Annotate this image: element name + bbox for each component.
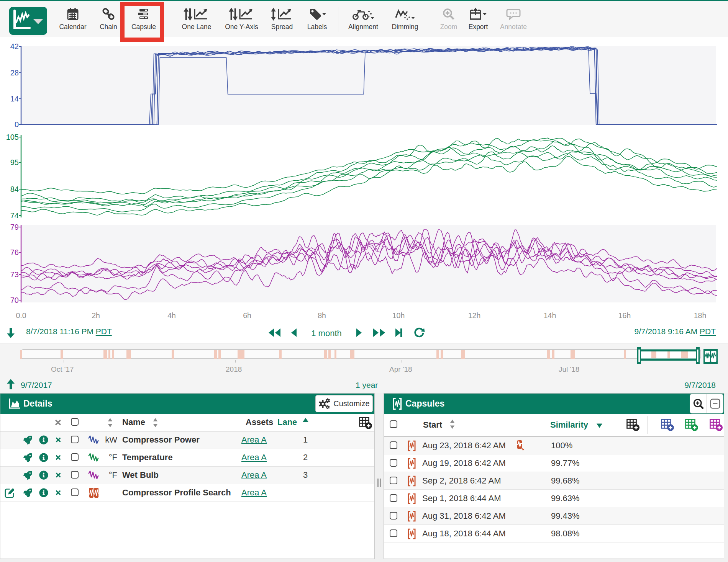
svg-text:6h: 6h bbox=[243, 311, 251, 320]
svg-text:42: 42 bbox=[10, 42, 19, 51]
svg-text:105: 105 bbox=[6, 133, 19, 141]
svg-text:14h: 14h bbox=[544, 311, 556, 320]
svg-text:8h: 8h bbox=[318, 311, 326, 320]
svg-text:84: 84 bbox=[10, 185, 19, 193]
svg-text:70: 70 bbox=[10, 296, 19, 304]
svg-text:4h: 4h bbox=[167, 311, 176, 320]
svg-text:2h: 2h bbox=[92, 311, 100, 320]
svg-text:76: 76 bbox=[10, 248, 19, 256]
svg-text:74: 74 bbox=[10, 211, 19, 220]
svg-text:79: 79 bbox=[10, 223, 19, 231]
svg-text:95: 95 bbox=[10, 158, 19, 167]
svg-text:14: 14 bbox=[10, 95, 19, 103]
svg-text:18h: 18h bbox=[694, 311, 707, 320]
svg-text:10h: 10h bbox=[392, 311, 405, 320]
svg-text:0: 0 bbox=[15, 120, 19, 129]
svg-text:12h: 12h bbox=[468, 311, 481, 320]
svg-text:28: 28 bbox=[10, 69, 19, 77]
svg-text:1 month: 1 month bbox=[311, 328, 342, 338]
svg-text:73: 73 bbox=[10, 270, 19, 279]
svg-text:16h: 16h bbox=[618, 311, 631, 320]
svg-text:0.0: 0.0 bbox=[16, 311, 26, 320]
